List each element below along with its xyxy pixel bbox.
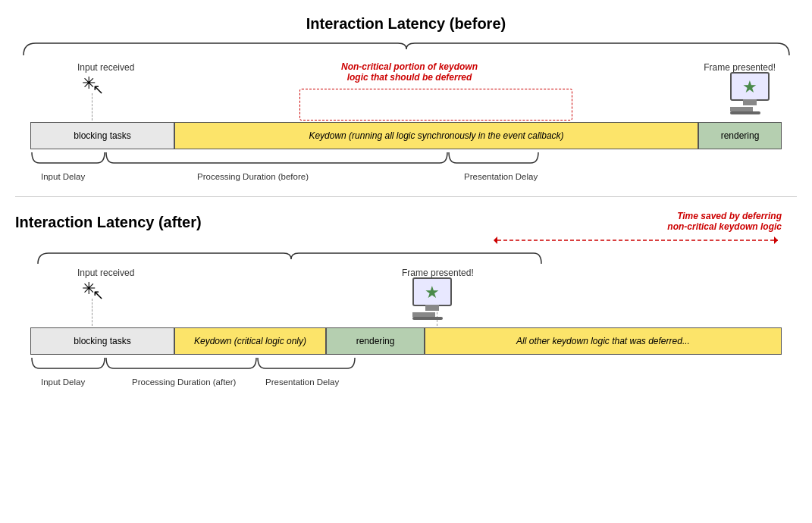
top-input-dashed-line — [92, 93, 92, 121]
time-saved-label: Time saved by deferring non-critical key… — [494, 211, 782, 232]
top-processing-label: Processing Duration (before) — [197, 172, 309, 181]
bottom-keydown-block: Keydown (critical logic only) — [174, 327, 326, 355]
bottom-cursor-icon: ↖ — [92, 287, 104, 303]
svg-marker-1 — [494, 236, 497, 244]
top-presentation-label: Presentation Delay — [464, 172, 538, 181]
top-blocking-block: blocking tasks — [30, 122, 174, 149]
bottom-monitor-screen: ★ — [412, 277, 452, 306]
time-saved-area: Time saved by deferring non-critical key… — [494, 211, 782, 249]
top-input-delay-label: Input Delay — [41, 172, 85, 181]
bottom-frame-label: Frame presented! — [402, 267, 474, 278]
top-keydown-block: Keydown (running all logic synchronously… — [174, 122, 698, 149]
bottom-input-dashed-line — [92, 299, 92, 326]
top-labels-area: Input received ✳ ↖ Non-critical portion … — [15, 61, 797, 122]
time-saved-arrow — [494, 232, 782, 249]
bottom-blocking-block: blocking tasks — [30, 327, 174, 355]
bottom-title: Interaction Latency (after) — [15, 214, 202, 231]
diagram-container: Interaction Latency (before) Input recei… — [0, 0, 812, 523]
bottom-deferred-block: All other keydown logic that was deferre… — [425, 327, 782, 355]
bottom-brace-area: Input Delay Processing Duration (after) … — [30, 355, 782, 388]
bottom-processing-label: Processing Duration (after) — [132, 377, 236, 387]
bottom-input-delay-label: Input Delay — [41, 377, 85, 387]
bottom-timeline: blocking tasks Keydown (critical logic o… — [30, 327, 782, 355]
section-divider — [15, 196, 797, 197]
top-noncritical-label: Non-critical portion of keydown logic th… — [341, 61, 478, 83]
top-frame-label: Frame presented! — [704, 61, 776, 73]
bottom-monitor: ★ — [412, 277, 452, 320]
bottom-star-icon: ★ — [425, 284, 440, 301]
top-main-brace — [16, 39, 797, 61]
top-title: Interaction Latency (before) — [15, 15, 797, 33]
top-section: Interaction Latency (before) Input recei… — [15, 15, 797, 183]
bottom-monitor-base — [412, 317, 443, 320]
bottom-section: Interaction Latency (after) Time saved b… — [15, 211, 797, 388]
bottom-main-brace — [30, 249, 546, 267]
top-noncritical-box — [299, 89, 572, 121]
svg-marker-2 — [774, 236, 778, 244]
top-monitor: ★ — [730, 72, 770, 114]
top-rendering-block: rendering — [698, 122, 782, 149]
top-cursor-icon: ↖ — [92, 81, 104, 98]
bottom-rendering-block: rendering — [326, 327, 425, 355]
top-monitor-base — [730, 111, 760, 114]
bottom-input-label: Input received — [77, 267, 134, 278]
bottom-labels-area: Input received ✳ ↖ Frame presented! ★ — [15, 267, 797, 327]
top-brace-svg — [30, 149, 782, 183]
top-input-label: Input received — [77, 61, 134, 73]
top-star-icon: ★ — [742, 79, 757, 96]
top-monitor-screen: ★ — [730, 72, 770, 101]
top-brace-area: Input Delay Processing Duration (before)… — [30, 149, 782, 183]
top-timeline: blocking tasks Keydown (running all logi… — [30, 122, 782, 149]
bottom-presentation-label: Presentation Delay — [265, 377, 339, 387]
